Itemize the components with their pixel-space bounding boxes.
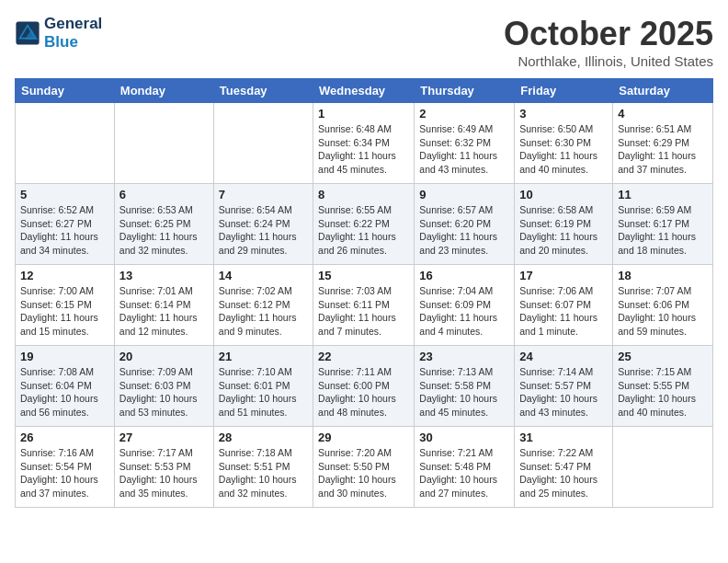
day-info: Sunrise: 7:15 AMSunset: 5:55 PMDaylight:… bbox=[618, 365, 708, 419]
day-info: Sunrise: 7:11 AMSunset: 6:00 PMDaylight:… bbox=[318, 365, 409, 419]
calendar-cell bbox=[114, 103, 213, 184]
day-info: Sunrise: 7:13 AMSunset: 5:58 PMDaylight:… bbox=[419, 365, 509, 419]
day-info: Sunrise: 7:03 AMSunset: 6:11 PMDaylight:… bbox=[318, 284, 409, 339]
day-number: 26 bbox=[20, 431, 109, 444]
day-number: 24 bbox=[519, 350, 608, 363]
calendar-cell: 3Sunrise: 6:50 AMSunset: 6:30 PMDaylight… bbox=[515, 103, 613, 184]
calendar-cell: 13Sunrise: 7:01 AMSunset: 6:14 PMDayligh… bbox=[114, 265, 213, 346]
calendar-cell: 7Sunrise: 6:54 AMSunset: 6:24 PMDaylight… bbox=[213, 184, 313, 265]
day-number: 2 bbox=[419, 107, 509, 121]
day-info: Sunrise: 7:07 AMSunset: 6:06 PMDaylight:… bbox=[618, 284, 708, 339]
column-header-sunday: Sunday bbox=[16, 79, 115, 103]
day-number: 8 bbox=[318, 188, 409, 201]
day-number: 29 bbox=[318, 431, 409, 444]
calendar-cell: 9Sunrise: 6:57 AMSunset: 6:20 PMDaylight… bbox=[415, 184, 515, 265]
calendar-cell: 14Sunrise: 7:02 AMSunset: 6:12 PMDayligh… bbox=[213, 265, 313, 346]
calendar-cell: 8Sunrise: 6:55 AMSunset: 6:22 PMDaylight… bbox=[313, 184, 415, 265]
calendar-week-row: 19Sunrise: 7:08 AMSunset: 6:04 PMDayligh… bbox=[16, 346, 713, 427]
day-number: 18 bbox=[618, 269, 708, 282]
calendar-cell: 28Sunrise: 7:18 AMSunset: 5:51 PMDayligh… bbox=[213, 427, 313, 508]
day-info: Sunrise: 7:00 AMSunset: 6:15 PMDaylight:… bbox=[20, 284, 109, 339]
day-info: Sunrise: 7:09 AMSunset: 6:03 PMDaylight:… bbox=[119, 365, 209, 419]
calendar-cell: 11Sunrise: 6:59 AMSunset: 6:17 PMDayligh… bbox=[613, 184, 713, 265]
calendar-cell: 30Sunrise: 7:21 AMSunset: 5:48 PMDayligh… bbox=[415, 427, 515, 508]
day-info: Sunrise: 7:16 AMSunset: 5:54 PMDaylight:… bbox=[20, 446, 109, 500]
day-number: 21 bbox=[219, 350, 308, 363]
calendar-week-row: 1Sunrise: 6:48 AMSunset: 6:34 PMDaylight… bbox=[16, 103, 713, 184]
day-number: 19 bbox=[20, 350, 109, 363]
calendar-table: SundayMondayTuesdayWednesdayThursdayFrid… bbox=[15, 78, 713, 508]
day-number: 31 bbox=[519, 431, 608, 444]
day-number: 13 bbox=[119, 269, 209, 282]
day-info: Sunrise: 7:10 AMSunset: 6:01 PMDaylight:… bbox=[219, 365, 308, 419]
calendar-cell: 31Sunrise: 7:22 AMSunset: 5:47 PMDayligh… bbox=[515, 427, 613, 508]
column-header-saturday: Saturday bbox=[613, 79, 713, 103]
calendar-week-row: 5Sunrise: 6:52 AMSunset: 6:27 PMDaylight… bbox=[16, 184, 713, 265]
day-number: 6 bbox=[119, 188, 209, 201]
day-number: 4 bbox=[618, 107, 708, 121]
day-number: 17 bbox=[519, 269, 608, 282]
day-info: Sunrise: 6:49 AMSunset: 6:32 PMDaylight:… bbox=[419, 122, 509, 177]
calendar-cell bbox=[613, 427, 713, 508]
calendar-cell bbox=[16, 103, 115, 184]
day-info: Sunrise: 7:01 AMSunset: 6:14 PMDaylight:… bbox=[119, 284, 209, 339]
location: Northlake, Illinois, United States bbox=[504, 53, 713, 69]
calendar-cell: 24Sunrise: 7:14 AMSunset: 5:57 PMDayligh… bbox=[515, 346, 613, 427]
calendar-cell: 5Sunrise: 6:52 AMSunset: 6:27 PMDaylight… bbox=[16, 184, 115, 265]
day-number: 15 bbox=[318, 269, 409, 282]
day-info: Sunrise: 7:08 AMSunset: 6:04 PMDaylight:… bbox=[20, 365, 109, 419]
month-title: October 2025 bbox=[504, 15, 713, 53]
day-number: 3 bbox=[519, 107, 608, 121]
calendar-cell: 15Sunrise: 7:03 AMSunset: 6:11 PMDayligh… bbox=[313, 265, 415, 346]
calendar-cell: 10Sunrise: 6:58 AMSunset: 6:19 PMDayligh… bbox=[515, 184, 613, 265]
day-info: Sunrise: 7:14 AMSunset: 5:57 PMDaylight:… bbox=[519, 365, 608, 419]
day-number: 30 bbox=[419, 431, 509, 444]
calendar-cell: 12Sunrise: 7:00 AMSunset: 6:15 PMDayligh… bbox=[16, 265, 115, 346]
calendar-cell: 19Sunrise: 7:08 AMSunset: 6:04 PMDayligh… bbox=[16, 346, 115, 427]
day-info: Sunrise: 7:04 AMSunset: 6:09 PMDaylight:… bbox=[419, 284, 509, 339]
day-number: 10 bbox=[519, 188, 608, 201]
calendar-week-row: 12Sunrise: 7:00 AMSunset: 6:15 PMDayligh… bbox=[16, 265, 713, 346]
title-block: October 2025 Northlake, Illinois, United… bbox=[504, 15, 713, 69]
column-header-wednesday: Wednesday bbox=[313, 79, 415, 103]
calendar-cell bbox=[213, 103, 313, 184]
day-number: 9 bbox=[419, 188, 509, 201]
calendar-cell: 4Sunrise: 6:51 AMSunset: 6:29 PMDaylight… bbox=[613, 103, 713, 184]
calendar-cell: 23Sunrise: 7:13 AMSunset: 5:58 PMDayligh… bbox=[415, 346, 515, 427]
day-number: 22 bbox=[318, 350, 409, 363]
day-info: Sunrise: 6:50 AMSunset: 6:30 PMDaylight:… bbox=[519, 122, 608, 177]
calendar-cell: 27Sunrise: 7:17 AMSunset: 5:53 PMDayligh… bbox=[114, 427, 213, 508]
column-header-friday: Friday bbox=[515, 79, 613, 103]
day-number: 28 bbox=[219, 431, 308, 444]
calendar-week-row: 26Sunrise: 7:16 AMSunset: 5:54 PMDayligh… bbox=[16, 427, 713, 508]
logo-line2: Blue bbox=[44, 33, 102, 52]
calendar-cell: 6Sunrise: 6:53 AMSunset: 6:25 PMDaylight… bbox=[114, 184, 213, 265]
calendar-cell: 22Sunrise: 7:11 AMSunset: 6:00 PMDayligh… bbox=[313, 346, 415, 427]
calendar-cell: 29Sunrise: 7:20 AMSunset: 5:50 PMDayligh… bbox=[313, 427, 415, 508]
day-info: Sunrise: 6:59 AMSunset: 6:17 PMDaylight:… bbox=[618, 203, 708, 258]
day-info: Sunrise: 7:20 AMSunset: 5:50 PMDaylight:… bbox=[318, 446, 409, 500]
day-number: 7 bbox=[219, 188, 308, 201]
calendar-cell: 25Sunrise: 7:15 AMSunset: 5:55 PMDayligh… bbox=[613, 346, 713, 427]
calendar-cell: 2Sunrise: 6:49 AMSunset: 6:32 PMDaylight… bbox=[415, 103, 515, 184]
day-number: 25 bbox=[618, 350, 708, 363]
calendar-cell: 1Sunrise: 6:48 AMSunset: 6:34 PMDaylight… bbox=[313, 103, 415, 184]
logo-icon bbox=[15, 20, 40, 46]
calendar-cell: 26Sunrise: 7:16 AMSunset: 5:54 PMDayligh… bbox=[16, 427, 115, 508]
day-info: Sunrise: 6:54 AMSunset: 6:24 PMDaylight:… bbox=[219, 203, 308, 258]
calendar-cell: 20Sunrise: 7:09 AMSunset: 6:03 PMDayligh… bbox=[114, 346, 213, 427]
calendar-cell: 21Sunrise: 7:10 AMSunset: 6:01 PMDayligh… bbox=[213, 346, 313, 427]
calendar-cell: 18Sunrise: 7:07 AMSunset: 6:06 PMDayligh… bbox=[613, 265, 713, 346]
day-info: Sunrise: 6:51 AMSunset: 6:29 PMDaylight:… bbox=[618, 122, 708, 177]
column-header-tuesday: Tuesday bbox=[213, 79, 313, 103]
day-number: 12 bbox=[20, 269, 109, 282]
day-info: Sunrise: 7:06 AMSunset: 6:07 PMDaylight:… bbox=[519, 284, 608, 339]
day-info: Sunrise: 6:48 AMSunset: 6:34 PMDaylight:… bbox=[318, 122, 409, 177]
day-number: 14 bbox=[219, 269, 308, 282]
day-info: Sunrise: 6:55 AMSunset: 6:22 PMDaylight:… bbox=[318, 203, 409, 258]
calendar-cell: 16Sunrise: 7:04 AMSunset: 6:09 PMDayligh… bbox=[415, 265, 515, 346]
calendar-header-row: SundayMondayTuesdayWednesdayThursdayFrid… bbox=[16, 79, 713, 103]
day-info: Sunrise: 6:53 AMSunset: 6:25 PMDaylight:… bbox=[119, 203, 209, 258]
column-header-thursday: Thursday bbox=[415, 79, 515, 103]
day-info: Sunrise: 7:02 AMSunset: 6:12 PMDaylight:… bbox=[219, 284, 308, 339]
